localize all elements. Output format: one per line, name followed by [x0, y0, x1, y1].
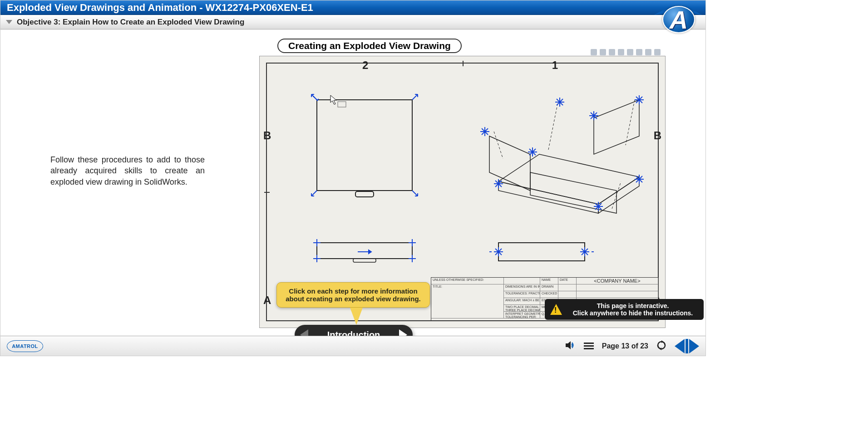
svg-marker-3 [498, 154, 639, 204]
svg-rect-1 [355, 191, 374, 197]
amatrol-logo: AMATROL [7, 340, 43, 352]
zone-label-2: 2 [362, 59, 368, 72]
svg-rect-57 [498, 243, 585, 261]
svg-marker-6 [489, 136, 530, 191]
section-title: Creating an Exploded View Drawing [277, 39, 462, 53]
zone-label-1: 1 [552, 59, 558, 72]
svg-marker-7 [594, 100, 639, 154]
zone-label-b-right: B [654, 129, 661, 142]
solidworks-toolbar-icons [591, 49, 661, 55]
svg-rect-0 [317, 100, 412, 191]
next-page-button[interactable] [689, 339, 699, 353]
footer-bar: AMATROL Page 13 of 23 [0, 336, 705, 356]
app-title: Exploded View Drawings and Animation - W… [7, 2, 313, 14]
chevron-down-icon [6, 20, 12, 24]
view-front [308, 234, 421, 274]
hint-tooltip: Click on each step for more information … [276, 282, 430, 308]
svg-line-11 [548, 104, 557, 150]
svg-rect-2 [338, 102, 346, 107]
page-indicator: Page 13 of 23 [602, 342, 648, 350]
reload-icon[interactable] [656, 340, 666, 352]
svg-marker-4 [498, 181, 598, 213]
interactive-instructions-banner[interactable]: This page is interactive. Click anywhere… [545, 299, 704, 320]
menu-icon[interactable] [584, 341, 594, 351]
objective-text: Objective 3: Explain How to Create an Ex… [17, 18, 244, 27]
svg-marker-8 [530, 172, 616, 213]
title-bar: Exploded View Drawings and Animation - W… [0, 0, 705, 15]
view-isometric-exploded [458, 77, 653, 218]
prev-page-button[interactable] [675, 339, 685, 353]
hint-tooltip-tail [350, 308, 363, 325]
zone-label-b-left: B [263, 129, 271, 142]
view-top [308, 91, 421, 204]
instruction-paragraph: Follow these procedures to add to those … [50, 154, 205, 187]
svg-rect-46 [353, 259, 376, 262]
brand-logo: A [654, 0, 702, 35]
svg-marker-56 [369, 250, 371, 254]
objective-bar[interactable]: Objective 3: Explain How to Create an Ex… [0, 15, 705, 29]
main-content[interactable]: Follow these procedures to add to those … [0, 29, 705, 336]
svg-line-9 [494, 132, 503, 159]
page-nav [675, 339, 699, 353]
view-side [489, 234, 594, 274]
svg-rect-45 [317, 243, 412, 259]
zone-label-a-left: A [263, 294, 271, 307]
warning-icon [550, 304, 562, 315]
svg-marker-5 [598, 177, 639, 213]
audio-icon[interactable] [565, 341, 576, 352]
